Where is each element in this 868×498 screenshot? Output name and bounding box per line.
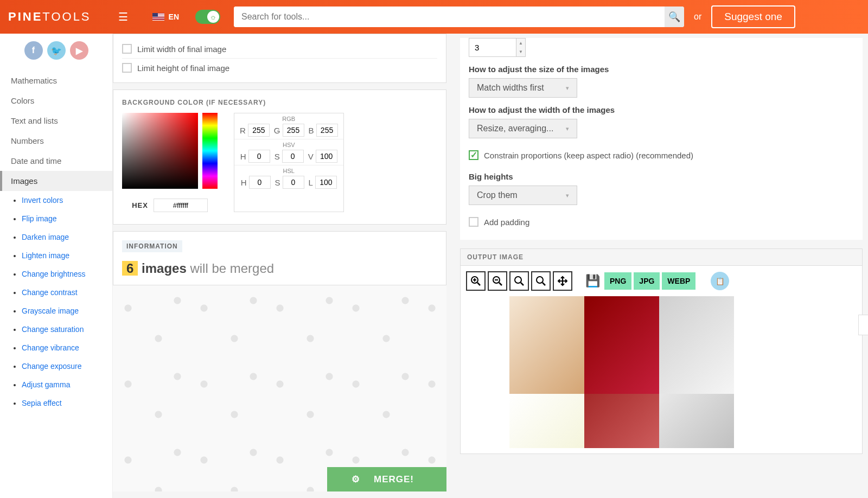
hsl-l-input[interactable]	[315, 176, 337, 189]
sub-nav-darken-image[interactable]: Darken image	[22, 233, 69, 241]
sub-nav-change-brightness[interactable]: Change brightness	[22, 270, 86, 278]
sub-nav-grayscale-image[interactable]: Grayscale image	[22, 307, 79, 315]
theme-toggle[interactable]	[195, 10, 220, 24]
sub-nav-adjust-gamma[interactable]: Adjust gamma	[22, 380, 70, 389]
sub-nav-sepia-effect[interactable]: Sepia effect	[22, 399, 62, 407]
sub-nav-invert-colors[interactable]: Invert colors	[22, 196, 63, 205]
preview-cell	[509, 394, 584, 448]
clipboard-button[interactable]: 📋	[711, 272, 729, 290]
bg-color-title: BACKGROUND COLOR (IF NECESSARY)	[122, 95, 437, 113]
hex-input[interactable]	[154, 199, 208, 212]
zoom-actual-button[interactable]	[531, 271, 551, 291]
format-jpg-button[interactable]: JPG	[634, 272, 660, 290]
size-adjust-dropdown[interactable]: Match widths first	[469, 78, 577, 98]
search-bar: 🔍	[234, 7, 684, 27]
sub-nav-lighten-image[interactable]: Lighten image	[22, 251, 69, 260]
preview-cell	[584, 296, 659, 394]
sub-nav: Invert colorsFlip imageDarken imageLight…	[0, 191, 112, 412]
preview-cell	[584, 394, 659, 448]
workspace-area: ⚙ MERGE!	[113, 285, 446, 491]
output-panel: 💾 PNG JPG WEBP 📋	[460, 265, 863, 454]
content: Limit width of final image Limit height …	[113, 34, 868, 498]
search-button[interactable]: 🔍	[665, 7, 684, 27]
nav-item-images[interactable]: Images	[0, 171, 112, 191]
twitter-link[interactable]: 🐦	[47, 41, 66, 60]
facebook-link[interactable]: f	[24, 41, 43, 60]
width-adjust-label: How to adjust the width of the images	[469, 105, 854, 114]
sub-nav-change-contrast[interactable]: Change contrast	[22, 288, 78, 297]
hsv-v-input[interactable]	[316, 150, 337, 163]
svg-line-8	[521, 283, 524, 285]
preview-cell	[659, 394, 734, 448]
suggest-button[interactable]: Suggest one	[711, 5, 795, 28]
info-title: INFORMATION	[122, 240, 182, 252]
color-values-table: RGB R G B HSV H S	[234, 113, 344, 212]
limit-width-checkbox[interactable]	[122, 44, 132, 54]
zoom-fit-button[interactable]	[509, 271, 529, 291]
svg-line-5	[499, 283, 502, 285]
options-panel: ▲▼ How to adjust the size of the images …	[460, 38, 863, 240]
columns-spinner[interactable]: ▲▼	[516, 38, 526, 57]
limit-height-row: Limit height of final image	[122, 58, 437, 77]
svg-line-1	[477, 283, 480, 285]
preview-cell	[509, 296, 584, 394]
hex-label: HEX	[132, 201, 148, 209]
svg-point-7	[515, 277, 521, 283]
padding-label: Add padding	[484, 218, 529, 227]
format-webp-button[interactable]: WEBP	[662, 272, 695, 290]
nav-item-mathematics[interactable]: Mathematics	[0, 71, 112, 91]
rgb-b-input[interactable]	[316, 124, 338, 137]
rgb-r-input[interactable]	[248, 124, 270, 137]
padding-checkbox[interactable]	[469, 217, 478, 227]
width-adjust-dropdown[interactable]: Resize, averaging...	[469, 119, 577, 138]
nav-item-date-and-time[interactable]: Date and time	[0, 151, 112, 171]
language-selector[interactable]: EN	[152, 12, 179, 21]
sub-nav-flip-image[interactable]: Flip image	[22, 214, 57, 223]
constrain-label: Constrain proportions (keep aspect radio…	[484, 151, 693, 160]
gear-icon: ⚙	[352, 474, 360, 485]
search-input[interactable]	[234, 7, 665, 27]
limit-width-label: Limit width of final image	[137, 44, 226, 54]
rgb-g-input[interactable]	[283, 124, 304, 137]
saturation-value-picker[interactable]	[122, 113, 198, 189]
collapse-ribbon[interactable]	[858, 315, 868, 335]
search-icon: 🔍	[668, 11, 680, 22]
nav-item-text-and-lists[interactable]: Text and lists	[0, 111, 112, 131]
limit-height-checkbox[interactable]	[122, 63, 132, 73]
merge-button[interactable]: ⚙ MERGE!	[327, 467, 446, 491]
sub-nav-change-exposure[interactable]: Change exposure	[22, 362, 82, 371]
menu-toggle[interactable]: ☰	[118, 10, 128, 23]
nav-item-numbers[interactable]: Numbers	[0, 131, 112, 151]
or-label: or	[694, 12, 701, 22]
info-panel: INFORMATION 6 images will be merged	[113, 231, 446, 285]
svg-point-9	[537, 277, 543, 283]
limit-width-row: Limit width of final image	[122, 40, 437, 58]
lang-code: EN	[169, 12, 179, 21]
columns-input[interactable]	[469, 38, 516, 57]
nav-item-colors[interactable]: Colors	[0, 91, 112, 111]
svg-line-10	[542, 283, 545, 285]
zoom-in-button[interactable]	[466, 271, 486, 291]
output-title: OUTPUT IMAGE	[460, 248, 863, 265]
pan-button[interactable]	[553, 271, 572, 291]
hue-slider[interactable]	[202, 113, 218, 189]
social-links: f 🐦 ▶	[0, 41, 112, 60]
bigheights-dropdown[interactable]: Crop them	[469, 186, 577, 205]
hsv-h-input[interactable]	[248, 150, 270, 163]
info-text: 6 images will be merged	[122, 261, 437, 276]
hsl-s-input[interactable]	[283, 176, 304, 189]
hsv-s-input[interactable]	[282, 150, 304, 163]
sidebar: f 🐦 ▶ MathematicsColorsText and listsNum…	[0, 34, 113, 498]
youtube-link[interactable]: ▶	[70, 41, 88, 60]
flag-icon	[152, 13, 164, 21]
hsl-h-input[interactable]	[249, 176, 271, 189]
sub-nav-change-saturation[interactable]: Change saturation	[22, 325, 84, 334]
sub-nav-change-vibrance[interactable]: Change vibrance	[22, 343, 79, 352]
format-png-button[interactable]: PNG	[604, 272, 631, 290]
constrain-checkbox[interactable]	[469, 150, 478, 160]
logo[interactable]: PINETOOLS	[8, 10, 91, 24]
limit-height-label: Limit height of final image	[137, 63, 229, 73]
limits-panel: Limit width of final image Limit height …	[113, 34, 446, 83]
header: PINETOOLS ☰ EN 🔍 or Suggest one	[0, 0, 868, 34]
zoom-out-button[interactable]	[488, 271, 507, 291]
